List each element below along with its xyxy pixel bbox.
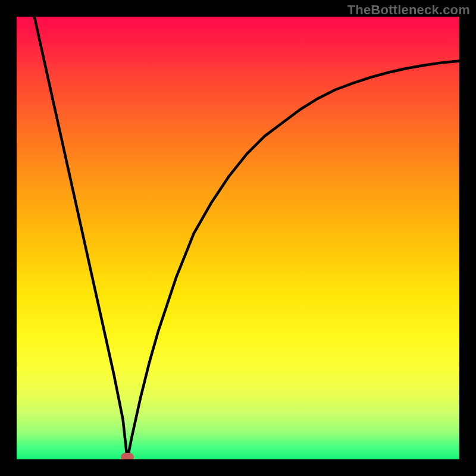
plot-area [17,17,459,459]
bottleneck-curve [17,17,459,459]
bottleneck-curve-path [35,17,459,459]
chart-frame: TheBottleneck.com [0,0,476,476]
min-point-marker [121,453,134,459]
attribution-text: TheBottleneck.com [347,2,470,18]
